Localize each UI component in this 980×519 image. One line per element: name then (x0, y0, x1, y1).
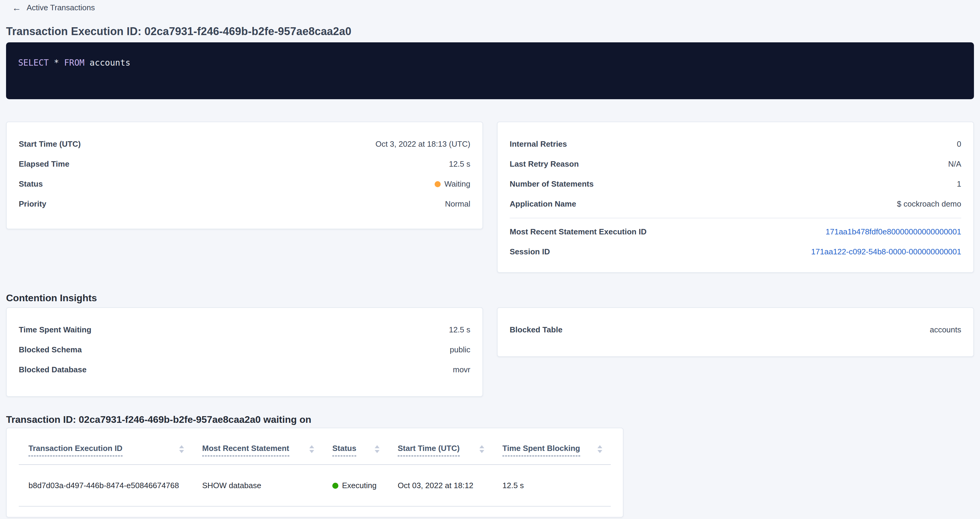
blocked-schema-row: Blocked Schema public (19, 344, 470, 356)
cell-most-recent-statement: SHOW database (192, 465, 323, 506)
column-header-start-time[interactable]: Start Time (UTC) (388, 428, 493, 465)
sql-text: * (49, 58, 64, 68)
start-time-header-label: Start Time (UTC) (398, 443, 460, 456)
most-recent-statement-header-label: Most Recent Statement (202, 443, 290, 456)
session-id-link[interactable]: 171aa122-c092-54b8-0000-000000000001 (811, 246, 961, 258)
contention-insights-heading: Contention Insights (6, 292, 974, 304)
internal-retries-row: Internal Retries 0 (510, 138, 961, 150)
contention-cards-row: Time Spent Waiting 12.5 s Blocked Schema… (6, 307, 974, 397)
cell-start-time: Oct 03, 2022 at 18:12 (388, 465, 493, 506)
blocked-database-label: Blocked Database (19, 363, 87, 376)
waiting-on-heading: Transaction ID: 02ca7931-f246-469b-b2fe-… (6, 414, 974, 425)
sort-arrows-icon (479, 445, 484, 453)
time-spent-waiting-label: Time Spent Waiting (19, 324, 91, 336)
status-row: Status Waiting (19, 178, 470, 190)
page-content: ← Active Transactions Transaction Execut… (0, 0, 980, 517)
sql-text: accounts (84, 58, 130, 68)
statement-execution-id-row: Most Recent Statement Execution ID 171aa… (510, 225, 961, 238)
blocked-schema-value: public (450, 344, 470, 356)
priority-value: Normal (445, 198, 470, 210)
time-spent-blocking-header-label: Time Spent Blocking (503, 443, 580, 456)
start-time-label: Start Time (UTC) (19, 138, 81, 150)
sort-arrows-icon (179, 445, 184, 453)
statement-execution-id-label: Most Recent Statement Execution ID (510, 225, 646, 238)
blocked-table-card: Blocked Table accounts (497, 307, 974, 357)
status-label: Status (19, 178, 43, 190)
cell-time-spent-blocking: 12.5 s (493, 465, 611, 506)
session-id-label: Session ID (510, 246, 550, 258)
last-retry-reason-value: N/A (948, 158, 961, 170)
number-of-statements-value: 1 (957, 178, 961, 190)
session-id-row: Session ID 171aa122-c092-54b8-0000-00000… (510, 246, 961, 258)
priority-label: Priority (19, 198, 46, 210)
column-header-transaction-execution-id[interactable]: Transaction Execution ID (19, 428, 192, 465)
statement-execution-id-link[interactable]: 171aa1b478fdf0e80000000000000001 (826, 225, 961, 238)
status-value: Waiting (434, 178, 470, 190)
elapsed-time-label: Elapsed Time (19, 158, 69, 170)
blocked-database-value: movr (453, 363, 470, 376)
transaction-details-card: Internal Retries 0 Last Retry Reason N/A… (497, 122, 974, 273)
transaction-details-page: ← Active Transactions Transaction Execut… (0, 0, 980, 519)
summary-cards-row: Start Time (UTC) Oct 3, 2022 at 18:13 (U… (6, 122, 974, 273)
status-header-label: Status (332, 443, 356, 456)
sql-keyword: SELECT (18, 58, 49, 68)
blocked-table-row: Blocked Table accounts (510, 324, 961, 336)
transaction-overview-card: Start Time (UTC) Oct 3, 2022 at 18:13 (U… (6, 122, 483, 229)
elapsed-time-value: 12.5 s (449, 158, 470, 170)
blocked-table-label: Blocked Table (510, 324, 562, 336)
table-header-row: Transaction Execution ID Most Recent Sta… (19, 428, 611, 465)
last-retry-reason-row: Last Retry Reason N/A (510, 158, 961, 170)
internal-retries-label: Internal Retries (510, 138, 567, 150)
executing-status-dot-icon (332, 483, 338, 489)
elapsed-time-row: Elapsed Time 12.5 s (19, 158, 470, 170)
column-header-most-recent-statement[interactable]: Most Recent Statement (192, 428, 323, 465)
back-link-label: Active Transactions (27, 3, 95, 13)
cell-transaction-execution-id: b8d7d03a-d497-446b-8474-e50846674768 (19, 465, 192, 506)
waiting-status-dot-icon (434, 181, 441, 187)
waiting-on-table: Transaction Execution ID Most Recent Sta… (19, 428, 611, 506)
contention-waiting-card: Time Spent Waiting 12.5 s Blocked Schema… (6, 307, 483, 397)
application-name-label: Application Name (510, 198, 576, 210)
blocked-table-value: accounts (930, 324, 961, 336)
sort-arrows-icon (309, 445, 314, 453)
sort-arrows-icon (597, 445, 602, 453)
time-spent-waiting-row: Time Spent Waiting 12.5 s (19, 324, 470, 336)
blocked-database-row: Blocked Database movr (19, 363, 470, 376)
start-time-value: Oct 3, 2022 at 18:13 (UTC) (375, 138, 470, 150)
application-name-value: $ cockroach demo (897, 198, 961, 210)
waiting-on-table-card: Transaction Execution ID Most Recent Sta… (6, 428, 624, 517)
back-arrow-icon: ← (12, 4, 21, 12)
table-row: b8d7d03a-d497-446b-8474-e50846674768 SHO… (19, 465, 611, 506)
cell-status: Executing (323, 465, 388, 506)
sql-statement-box: SELECT * FROM accounts (6, 42, 974, 99)
time-spent-waiting-value: 12.5 s (449, 324, 470, 336)
internal-retries-value: 0 (957, 138, 961, 150)
last-retry-reason-label: Last Retry Reason (510, 158, 579, 170)
blocked-schema-label: Blocked Schema (19, 344, 82, 356)
application-name-row: Application Name $ cockroach demo (510, 198, 961, 210)
number-of-statements-label: Number of Statements (510, 178, 593, 190)
start-time-row: Start Time (UTC) Oct 3, 2022 at 18:13 (U… (19, 138, 470, 150)
sql-keyword: FROM (64, 58, 84, 68)
sort-arrows-icon (375, 445, 380, 453)
back-to-active-transactions-link[interactable]: ← Active Transactions (12, 3, 95, 13)
column-header-time-spent-blocking[interactable]: Time Spent Blocking (493, 428, 611, 465)
number-of-statements-row: Number of Statements 1 (510, 178, 961, 190)
card-divider (510, 218, 961, 218)
transaction-execution-id-header-label: Transaction Execution ID (29, 443, 123, 456)
page-title: Transaction Execution ID: 02ca7931-f246-… (6, 25, 974, 38)
priority-row: Priority Normal (19, 198, 470, 210)
column-header-status[interactable]: Status (323, 428, 388, 465)
